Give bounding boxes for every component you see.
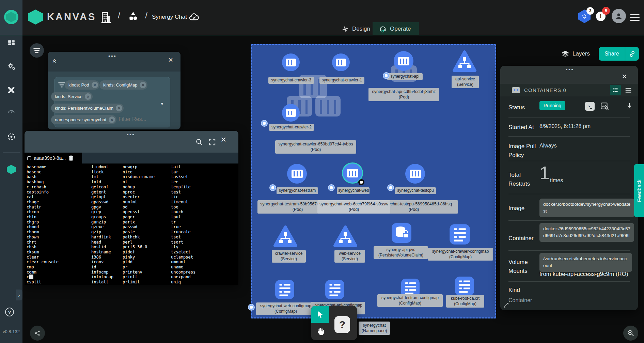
pod-icon-testram[interactable] xyxy=(287,164,307,184)
sidebar-item-connections[interactable] xyxy=(0,132,22,141)
drag-handle-icon[interactable]: ••• xyxy=(127,131,135,137)
org-logo[interactable] xyxy=(4,10,18,24)
select-cursor-button[interactable] xyxy=(311,306,329,323)
pod-label: synergychat-web xyxy=(337,187,370,194)
help-button[interactable]: ? xyxy=(5,308,14,316)
pod-label: synergychat-testcpu xyxy=(395,187,436,194)
share-button-group: Share xyxy=(599,47,639,61)
breadcrumb-separator: / xyxy=(118,10,120,21)
terminal-tab-bar: aaaa39e3-8a... xyxy=(25,153,238,163)
panel-drag-header[interactable]: ••• xyxy=(500,66,638,84)
feedback-tab[interactable]: Feedback xyxy=(634,164,644,217)
filter-resources-input[interactable] xyxy=(118,116,155,123)
sidebar-item-performance[interactable] xyxy=(0,106,22,114)
zoom-button[interactable] xyxy=(623,326,638,341)
container-id-box[interactable]: docker://6d96990655cc952b4423304f3c57d66… xyxy=(539,223,634,242)
filter-panel-header[interactable]: ••• « × xyxy=(48,52,180,72)
design-shapes-icon[interactable] xyxy=(127,10,139,23)
configmap-icon-crawler-configmap[interactable] xyxy=(449,223,471,245)
configmap-icon-web-configmap[interactable] xyxy=(274,279,295,300)
avatar[interactable] xyxy=(612,9,626,23)
remove-chip-icon[interactable]: × xyxy=(85,93,91,100)
tab-operate-active[interactable]: Operate xyxy=(373,22,419,35)
filter-chip-kinds-pod[interactable]: kinds: Pod× xyxy=(65,80,99,90)
filter-chip-namespace[interactable]: namespaces: synergychat× xyxy=(51,115,116,124)
container-icon xyxy=(292,170,303,178)
layers-button[interactable]: Layers xyxy=(561,50,590,58)
pod-icon-crawler-1[interactable] xyxy=(332,53,350,71)
help-shortcut-button[interactable]: ? xyxy=(334,316,350,333)
fullscreen-icon[interactable] xyxy=(208,138,216,146)
remove-chip-icon[interactable]: × xyxy=(140,82,146,88)
copy-link-button[interactable] xyxy=(625,47,639,61)
link-icon xyxy=(629,51,635,57)
details-view-toggle-active[interactable] xyxy=(610,85,621,95)
sidebar-item-toolkit[interactable] xyxy=(0,86,22,94)
configmap-icon-api-configmap[interactable] xyxy=(325,279,345,300)
pod-badge-icon xyxy=(269,184,276,191)
remove-chip-icon[interactable]: × xyxy=(92,82,98,88)
legend-button[interactable] xyxy=(30,326,45,341)
sidebar-item-settings[interactable] xyxy=(0,62,22,71)
terminal-output[interactable]: basename basenc bash bashbug c_rehash ca… xyxy=(25,163,238,285)
terminal-window: ••• × aaaa39e3-8a... basename basenc bas… xyxy=(25,131,238,285)
pod-badge-icon xyxy=(261,120,268,127)
filter-chip-kinds-configmap[interactable]: kinds: ConfigMap× xyxy=(99,80,147,90)
filter-chip-kinds-service[interactable]: kinds: Service× xyxy=(51,92,93,101)
open-terminal-icon[interactable]: >_ xyxy=(585,102,595,111)
main-menu-icon[interactable] xyxy=(630,13,640,22)
pod-label: synergychat-testram xyxy=(277,187,318,194)
kanvas-logo-icon[interactable] xyxy=(28,10,43,25)
configmap-name-chip: synergychat-web-configmap(ConfigMap) xyxy=(256,302,315,315)
expand-panel-icon[interactable] xyxy=(503,302,509,308)
service-icon-crawler-service[interactable] xyxy=(273,225,298,248)
configmap-icon-kube-root-ca[interactable] xyxy=(454,276,475,296)
list-view-icon[interactable] xyxy=(624,87,632,94)
drag-handle-icon[interactable]: ••• xyxy=(566,66,574,72)
detail-list-icon xyxy=(612,87,619,93)
pod-icon-api[interactable] xyxy=(394,51,413,71)
volume-mount-box[interactable]: /var/run/secrets/kubernetes.io/serviceac… xyxy=(539,253,632,272)
container-icon xyxy=(286,59,296,66)
sidebar-item-meshery[interactable] xyxy=(0,165,22,174)
sidebar-item-dashboard[interactable] xyxy=(0,39,22,47)
search-icon[interactable] xyxy=(195,138,203,146)
close-icon[interactable]: × xyxy=(168,56,173,64)
pod-icon-crawler-2[interactable] xyxy=(282,104,300,122)
magnifier-plus-icon xyxy=(627,329,634,337)
download-icon[interactable] xyxy=(625,102,633,111)
terminal-session-tab[interactable]: aaaa39e3-8a... xyxy=(25,153,82,163)
terminal-header[interactable]: ••• × xyxy=(25,131,238,153)
remove-chip-icon[interactable]: × xyxy=(109,116,115,123)
pod-icon-crawler-3[interactable] xyxy=(282,53,300,71)
service-icon-api-service[interactable] xyxy=(452,50,477,73)
question-mark-icon: ? xyxy=(339,319,345,330)
pod-badge-icon xyxy=(328,184,335,191)
collapse-up-icon[interactable]: « xyxy=(50,59,59,63)
version-label: v0.8.132 xyxy=(3,329,20,334)
close-icon[interactable]: × xyxy=(622,72,627,81)
chevron-down-icon[interactable]: ▼ xyxy=(160,102,164,106)
pod-name-chip: synergychat-crawler-659bd97cd4-tvbbs(Pod… xyxy=(275,140,356,154)
expand-sidebar-handle[interactable]: › xyxy=(16,290,22,300)
canvas-menu-button[interactable] xyxy=(30,43,44,58)
remove-chip-icon[interactable]: × xyxy=(116,105,122,111)
field-value: Always xyxy=(539,143,557,149)
share-button[interactable]: Share xyxy=(599,47,625,61)
image-value-box[interactable]: docker.io/bootdotdev/synergychat-web:lat… xyxy=(539,199,634,217)
organization-icon[interactable] xyxy=(99,10,113,25)
configmap-name-chip: kube-root-ca.crt(ConfigMap) xyxy=(446,295,484,308)
pvc-icon-synergy-api-pvc[interactable] xyxy=(391,222,412,244)
filter-chip-kinds-pvc[interactable]: kinds: PersistentVolumeClaim× xyxy=(51,104,124,113)
tab-design[interactable]: Design xyxy=(335,22,376,35)
image-inspect-icon[interactable] xyxy=(600,101,609,111)
drag-handle-icon[interactable]: ••• xyxy=(108,53,117,59)
pan-hand-button[interactable] xyxy=(311,323,329,340)
cloud-saved-icon xyxy=(188,12,200,22)
restart-suffix: times xyxy=(550,177,563,184)
breadcrumb-project-name[interactable]: Synergy Chat xyxy=(152,14,187,20)
trash-icon[interactable] xyxy=(68,155,74,161)
close-icon[interactable]: × xyxy=(221,134,226,145)
pod-icon-testcpu[interactable] xyxy=(405,164,425,184)
service-icon-web-service[interactable] xyxy=(333,225,358,248)
